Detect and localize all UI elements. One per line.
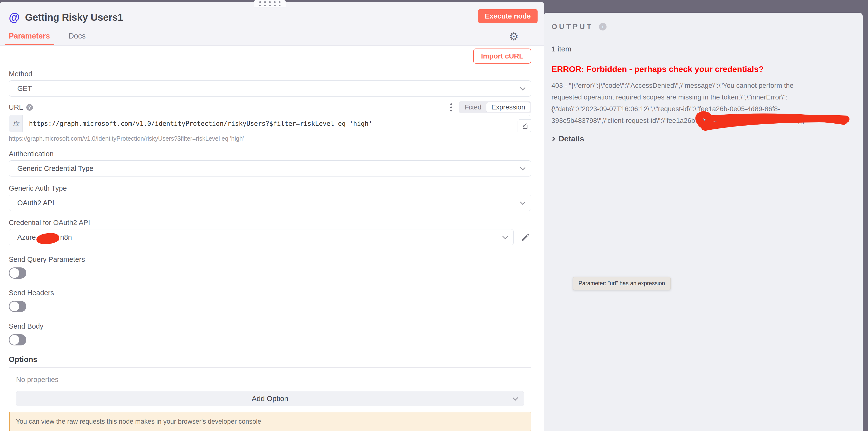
output-items-count: 1 item <box>552 45 855 53</box>
send-headers-toggle[interactable] <box>9 301 26 312</box>
send-body-toggle[interactable] <box>9 334 26 345</box>
canvas-backdrop-strip <box>863 0 868 431</box>
execute-node-button[interactable]: Execute node <box>478 9 537 23</box>
error-details-expander[interactable]: Details <box>552 134 855 143</box>
method-value: GET <box>17 85 32 93</box>
send-headers-label: Send Headers <box>9 289 531 297</box>
drag-dots-icon <box>259 1 280 3</box>
edit-credential-pencil-icon[interactable] <box>520 232 531 243</box>
generic-auth-type-value: OAuth2 API <box>17 199 54 207</box>
url-value[interactable]: https://graph.microsoft.com/v1.0/identit… <box>23 115 531 132</box>
node-settings-panel: @ Getting Risky Users1 Execute node Para… <box>0 2 544 431</box>
add-option-button[interactable]: Add Option <box>16 391 524 406</box>
expand-expression-icon[interactable] <box>518 119 531 132</box>
node-title: Getting Risky Users1 <box>25 12 123 23</box>
credential-label: Credential for OAuth2 API <box>9 219 531 227</box>
drag-dots-icon <box>259 5 280 6</box>
import-curl-button[interactable]: Import cURL <box>473 49 531 64</box>
generic-auth-type-label: Generic Auth Type <box>9 184 531 192</box>
error-line: requested operation, required scopes are… <box>552 91 855 103</box>
ndv-modal: @ Getting Risky Users1 Execute node Para… <box>0 0 868 431</box>
url-mode-expression[interactable]: Expression <box>486 102 530 112</box>
details-label: Details <box>559 134 584 143</box>
url-mode-fixed[interactable]: Fixed <box>460 102 486 112</box>
generic-auth-type-select[interactable]: OAuth2 API <box>9 195 531 211</box>
error-line: {\"date\":\"2023-09-07T16:06:12\",\"requ… <box>552 103 855 115</box>
error-line: 393e5b483798\",\"client-request-id\":\"f… <box>552 115 855 126</box>
raw-requests-notice: You can view the raw requests this node … <box>9 412 531 431</box>
chevron-down-icon <box>520 199 526 205</box>
panel-drag-handle[interactable] <box>254 0 286 7</box>
options-empty-text: No properties <box>16 376 531 384</box>
credential-select[interactable]: Azure n8n <box>9 229 514 245</box>
output-panel: OUTPUT i 1 item ERROR: Forbidden - perha… <box>544 13 863 431</box>
chevron-down-icon <box>520 165 526 171</box>
options-section-label: Options <box>9 355 531 364</box>
node-at-sign-icon: @ <box>9 12 20 23</box>
method-label: Method <box>9 70 531 78</box>
chevron-down-icon <box>520 85 526 90</box>
send-body-label: Send Body <box>9 322 531 330</box>
fx-prefix-icon: fx <box>9 115 23 132</box>
authentication-value: Generic Credential Type <box>17 164 93 173</box>
output-error-title: ERROR: Forbidden - perhaps check your cr… <box>552 64 855 74</box>
url-resolved-hint: https://graph.microsoft.com/v1.0/identit… <box>9 135 531 142</box>
url-help-icon[interactable]: ? <box>26 104 33 111</box>
expression-parameter-tooltip: Parameter: "url" has an expression <box>573 277 671 290</box>
url-label: URL <box>9 103 23 112</box>
credential-value-prefix: Azure <box>17 233 36 241</box>
chevron-right-icon <box>551 136 555 141</box>
url-mode-switch: Fixed Expression <box>459 101 531 113</box>
send-query-parameters-label: Send Query Parameters <box>9 255 531 264</box>
options-divider <box>9 367 531 368</box>
chevron-down-icon <box>502 234 508 239</box>
output-info-icon[interactable]: i <box>599 23 607 30</box>
url-expression-input[interactable]: fx https://graph.microsoft.com/v1.0/iden… <box>9 115 531 132</box>
redaction-scribble <box>36 232 59 245</box>
credential-value-suffix: n8n <box>60 233 72 241</box>
tab-docs[interactable]: Docs <box>68 32 86 45</box>
send-query-parameters-toggle[interactable] <box>9 268 26 279</box>
output-error-message: 403 - "{\"error\":{\"code\":\"AccessDeni… <box>552 80 855 126</box>
method-select[interactable]: GET <box>9 81 531 96</box>
error-line: 403 - "{\"error\":{\"code\":\"AccessDeni… <box>552 80 855 91</box>
parameters-form: Import cURL Method GET URL ? Fixed <box>0 49 544 431</box>
node-header: @ Getting Risky Users1 Execute node Para… <box>0 2 544 45</box>
chevron-down-icon <box>513 395 518 401</box>
authentication-label: Authentication <box>9 150 531 158</box>
output-panel-title: OUTPUT <box>552 23 593 31</box>
tab-parameters[interactable]: Parameters <box>9 32 50 45</box>
node-settings-gear-icon[interactable]: ⚙ <box>509 31 519 42</box>
url-options-kebab-icon[interactable] <box>450 102 453 112</box>
authentication-select[interactable]: Generic Credential Type <box>9 160 531 177</box>
add-option-label: Add Option <box>252 394 288 403</box>
